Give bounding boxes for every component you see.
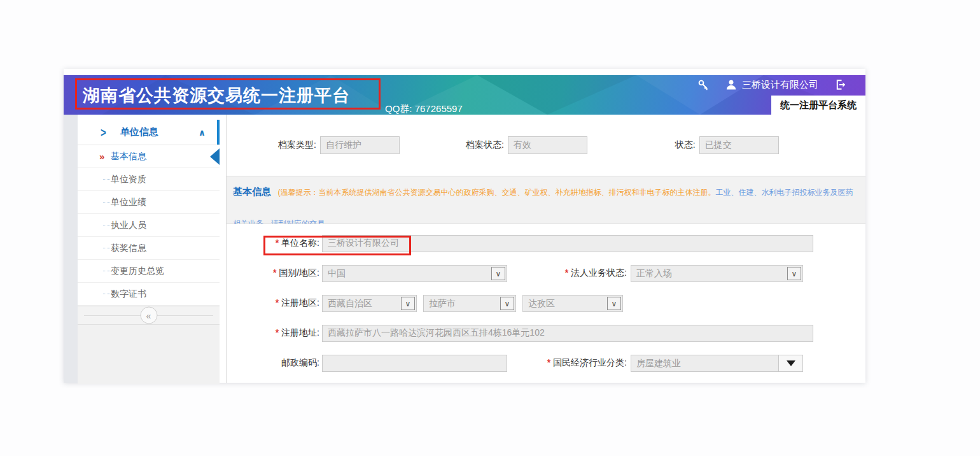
status-field[interactable] [699,136,779,154]
sidebar-group-unit-info[interactable]: > 单位信息 ∧ [78,120,220,145]
basic-info-form: 单位名称: 国别/地区: 中国 ∨ 法人业务状态: 正常入场 ∨ [227,224,865,372]
header-topbar: 三桥设计有限公司 [678,75,865,94]
dotted-tick [103,225,110,225]
sidebar-item-practitioners[interactable]: 执业人员 [78,214,220,237]
archive-status-field[interactable] [508,136,587,154]
chevron-up-icon: ∧ [199,127,206,138]
archive-status-label: 档案状态: [466,139,504,151]
tab-unified-registration-system[interactable]: 统一注册平台系统 [771,96,865,115]
sidebar-item-awards[interactable]: 获奖信息 [78,237,220,260]
main-content: 档案类型: 档案状态: 状态: 基本信息 (温馨提示：当前本系统提供湖南省公共资… [226,115,865,383]
sidebar-menu: > 单位信息 ∧ » 基本信息 单位资质 [78,115,220,306]
section-title: 基本信息 [233,186,271,197]
country-label: 国别/地区: [227,267,322,279]
sidebar-item-unit-qualification[interactable]: 单位资质 [78,168,220,191]
city-select[interactable]: 拉萨市 ∨ [423,295,516,312]
chevron-down-icon: ∨ [787,267,801,280]
dotted-tick [103,248,110,248]
postal-label: 邮政编码: [227,357,322,369]
address-field[interactable] [322,325,813,342]
industry-dropdown[interactable]: 房屋建筑业 [631,355,803,372]
qq-group-label: QQ群: 767265597 [385,103,463,115]
legal-status-value: 正常入场 [636,268,672,278]
sidebar-item-label: 单位业绩 [111,197,146,208]
dotted-tick [103,179,110,180]
form-row-postal-industry: 邮政编码: 国民经济行业分类: 房屋建筑业 [227,354,865,372]
logged-in-user[interactable]: 三桥设计有限公司 [725,79,818,91]
postal-field[interactable] [322,355,507,372]
sidebar-item-label: 执业人员 [111,220,146,231]
left-gutter [64,115,78,383]
legal-status-select[interactable]: 正常入场 ∨ [631,265,803,282]
archive-filter-row: 档案类型: 档案状态: 状态: [227,115,865,176]
chevron-down-icon: ∨ [491,267,505,280]
key-icon[interactable] [697,79,709,90]
company-name: 三桥设计有限公司 [742,79,818,91]
chevron-down-icon: ∨ [401,297,415,310]
dotted-tick [103,294,110,294]
sidebar-group-label: 单位信息 [120,126,158,138]
province-select[interactable]: 西藏自治区 ∨ [322,295,417,312]
legal-status-label: 法人业务状态: [507,267,631,279]
industry-value: 房屋建筑业 [636,358,681,368]
sidebar-content-spacer [220,115,226,383]
region-label: 注册地区: [227,297,322,309]
dotted-tick [103,271,110,271]
sidebar-item-unit-performance[interactable]: 单位业绩 [78,191,220,214]
district-select[interactable]: 达孜区 ∨ [522,295,623,312]
logout-icon[interactable] [835,79,846,90]
district-value: 达孜区 [528,298,555,308]
country-select[interactable]: 中国 ∨ [322,265,507,282]
dropdown-arrow-box [778,355,802,371]
form-row-unit-name: 单位名称: [227,234,865,252]
sidebar-filler [78,325,220,384]
address-label: 注册地址: [227,327,322,339]
sidebar-item-change-history[interactable]: 变更历史总览 [78,260,220,283]
chevron-down-icon: ∨ [607,297,621,310]
country-value: 中国 [328,268,346,278]
collapse-sidebar-button[interactable]: « [140,307,157,324]
user-icon [725,79,737,90]
sidebar-item-digital-certificate[interactable]: 数字证书 [78,283,220,306]
chevron-right-icon: > [101,125,106,139]
archive-type-label: 档案类型: [278,139,316,151]
basic-info-section-header: 基本信息 (温馨提示：当前本系统提供湖南省公共资源交易中心的政府采购、交通、矿业… [227,176,865,224]
section-hint-orange: (温馨提示：当前本系统提供湖南省公共资源交易中心的政府采购、交通、矿业权、补充耕… [277,188,715,197]
sidebar-item-label: 获奖信息 [111,243,146,254]
page-canvas: 湖南省公共资源交易统一注册平台 QQ群: 767265597 三桥设计有限公司 [0,0,980,456]
sidebar-item-list: » 基本信息 单位资质 单位业绩 [78,145,220,306]
sidebar-item-label: 单位资质 [111,174,146,185]
status-label: 状态: [675,139,696,151]
app-header: 湖南省公共资源交易统一注册平台 QQ群: 767265597 三桥设计有限公司 [64,75,865,115]
city-value: 拉萨市 [429,298,456,308]
dotted-tick [103,202,110,203]
app-window: 湖南省公共资源交易统一注册平台 QQ群: 767265597 三桥设计有限公司 [64,69,865,383]
triangle-down-icon [787,360,795,366]
sidebar: > 单位信息 ∧ » 基本信息 单位资质 [78,115,220,383]
province-value: 西藏自治区 [328,298,372,308]
selected-item-arrow-icon [210,148,220,165]
form-row-country-status: 国别/地区: 中国 ∨ 法人业务状态: 正常入场 ∨ [227,264,865,282]
sidebar-item-basic-info[interactable]: » 基本信息 [78,145,220,168]
form-row-address: 注册地址: [227,324,865,342]
unit-name-field[interactable] [322,235,813,252]
body-row: > 单位信息 ∧ » 基本信息 单位资质 [64,115,865,383]
sidebar-collapse-bar: « [78,306,220,325]
unit-name-label: 单位名称: [227,238,322,249]
active-item-marker-icon: » [99,151,104,162]
archive-type-field[interactable] [320,136,400,154]
industry-label: 国民经济行业分类: [507,357,631,369]
form-row-region: 注册地区: 西藏自治区 ∨ 拉萨市 ∨ 达孜区 ∨ [227,294,865,312]
sidebar-item-label: 变更历史总览 [111,266,164,277]
sidebar-item-label: 基本信息 [111,151,146,162]
sidebar-item-label: 数字证书 [111,289,146,300]
chevron-down-icon: ∨ [500,297,514,310]
platform-title: 湖南省公共资源交易统一注册平台 [83,84,350,107]
